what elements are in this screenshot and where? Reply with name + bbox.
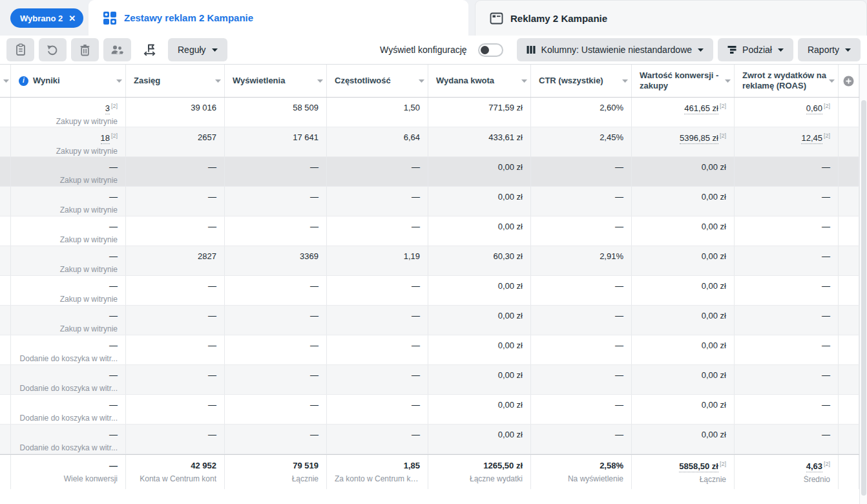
totals-results: — Wiele konwersji xyxy=(11,455,126,489)
header-expand-column[interactable] xyxy=(0,65,11,97)
cell-spacer xyxy=(0,127,11,156)
rules-button[interactable]: Reguły xyxy=(168,38,227,61)
table-row[interactable]: —Zakup w witrynie———0,00 zł—0,00 zł— xyxy=(0,216,859,246)
table-row[interactable]: —Dodanie do koszyka w witr...———0,00 zł—… xyxy=(0,335,859,365)
totals-ctr: 2,58% Na wyświetlenie xyxy=(531,455,632,489)
cell-impressions: — xyxy=(225,306,327,335)
columns-icon xyxy=(527,45,536,54)
cell-amount-spent: 0,00 zł xyxy=(428,276,531,305)
toolbar: Reguły Wyświetl konfigurację Kolumny: Us… xyxy=(0,36,867,65)
cell-results[interactable]: 3[2]Zakupy w witrynie xyxy=(11,98,126,127)
cell-roas: — xyxy=(735,157,839,186)
vertical-scrollbar[interactable] xyxy=(859,65,867,504)
table-row[interactable]: —Dodanie do koszyka w witr...———0,00 zł—… xyxy=(0,425,859,454)
show-configuration-toggle[interactable] xyxy=(478,43,503,57)
add-column-button[interactable] xyxy=(839,65,859,97)
cell-impressions: — xyxy=(225,425,327,454)
table-row[interactable]: —Zakup w witrynie———0,00 zł—0,00 zł— xyxy=(0,276,859,306)
cell-frequency: — xyxy=(327,425,428,454)
cell-conversion-value: 0,00 zł xyxy=(632,425,735,454)
header-amount-spent[interactable]: Wydana kwota xyxy=(428,65,531,97)
cell-spacer xyxy=(839,216,859,246)
cell-spacer xyxy=(0,365,11,394)
table-row[interactable]: 18[2]Zakupy w witrynie265717 6416,64433,… xyxy=(0,127,859,157)
cell-spacer xyxy=(0,306,11,335)
cell-reach: — xyxy=(126,395,225,424)
header-frequency[interactable]: Częstotliwość xyxy=(327,65,428,97)
table-row[interactable]: 3[2]Zakupy w witrynie39 01658 5091,50771… xyxy=(0,98,859,127)
tab-ad-sets-label: Zestawy reklam 2 Kampanie xyxy=(124,12,253,23)
cell-amount-spent: 0,00 zł xyxy=(428,395,531,424)
cell-ctr: — xyxy=(531,306,632,335)
header-impressions[interactable]: Wyświetlenia xyxy=(225,65,327,97)
header-ctr[interactable]: CTR (wszystkie) xyxy=(531,65,632,97)
table-row[interactable]: —Zakup w witrynie———0,00 zł—0,00 zł— xyxy=(0,306,859,335)
cell-conversion-value[interactable]: 461,65 zł[2] xyxy=(632,98,735,127)
cell-ctr: 2,91% xyxy=(531,246,632,275)
totals-impressions: 79 519 Łącznie xyxy=(225,455,327,489)
header-results[interactable]: i Wyniki xyxy=(11,65,126,97)
cell-roas[interactable]: 12,45[2] xyxy=(735,127,839,156)
cell-spacer xyxy=(0,335,11,364)
totals-frequency: 1,85 Za konto w Centrum kont xyxy=(327,455,428,489)
cell-spacer xyxy=(0,276,11,305)
cell-spacer xyxy=(0,455,11,489)
cell-ctr: — xyxy=(531,335,632,364)
cell-results: —Dodanie do koszyka w witr... xyxy=(11,365,126,394)
ads-manager-app: Wybrano 2 ✕ Zestawy reklam 2 Kampanie xyxy=(0,0,867,504)
cell-spacer xyxy=(0,425,11,454)
cell-ctr: — xyxy=(531,187,632,216)
table-row[interactable]: —Zakup w witrynie———0,00 zł—0,00 zł— xyxy=(0,187,859,216)
columns-button[interactable]: Kolumny: Ustawienie niestandardowe xyxy=(517,38,713,61)
cell-amount-spent: 0,00 zł xyxy=(428,216,531,246)
ab-test-button[interactable] xyxy=(136,38,163,61)
ad-sets-grid-icon xyxy=(103,11,117,25)
info-icon[interactable]: i xyxy=(19,76,28,86)
tab-ads[interactable]: Reklamy 2 Kampanie xyxy=(475,0,867,36)
table-row[interactable]: —Dodanie do koszyka w witr...———0,00 zł—… xyxy=(0,395,859,425)
cell-frequency: — xyxy=(327,157,428,186)
cell-spacer xyxy=(839,187,859,216)
audience-button[interactable] xyxy=(103,38,131,61)
selected-filter-chip[interactable]: Wybrano 2 ✕ xyxy=(10,8,83,28)
breakdown-button[interactable]: Podział xyxy=(718,38,793,61)
cell-conversion-value[interactable]: 5396,85 zł[2] xyxy=(632,127,735,156)
reports-button[interactable]: Raporty xyxy=(798,38,861,61)
tab-ads-label: Reklamy 2 Kampanie xyxy=(510,13,607,24)
totals-conversion-value[interactable]: 5858,50 zł[2] Łącznie xyxy=(632,455,735,489)
cell-ctr: — xyxy=(531,425,632,454)
close-icon[interactable]: ✕ xyxy=(68,14,76,23)
scrollbar-thumb[interactable] xyxy=(861,100,866,496)
header-roas[interactable]: Zwrot z wydatków na reklamę (ROAS) xyxy=(735,65,839,97)
cell-roas: — xyxy=(735,306,839,335)
cell-results[interactable]: 18[2]Zakupy w witrynie xyxy=(11,127,126,156)
cell-results: —Zakup w witrynie xyxy=(11,216,126,246)
duplicate-button[interactable] xyxy=(6,38,34,61)
totals-roas[interactable]: 4,63[2] Średnio xyxy=(735,455,839,489)
reports-button-label: Raporty xyxy=(808,45,839,55)
delete-button[interactable] xyxy=(71,38,99,61)
breakdown-icon xyxy=(727,45,736,54)
cell-reach: — xyxy=(126,157,225,186)
ads-frame-icon xyxy=(490,12,503,25)
rules-button-label: Reguły xyxy=(178,45,206,55)
cell-frequency: — xyxy=(327,365,428,394)
tab-ad-sets[interactable]: Zestawy reklam 2 Kampanie xyxy=(89,0,468,36)
cell-reach: 2827 xyxy=(126,246,225,275)
cell-spacer xyxy=(0,187,11,216)
cell-roas[interactable]: 0,60[2] xyxy=(735,98,839,127)
header-conversion-value[interactable]: Wartość konwersji - zakupy xyxy=(632,65,735,97)
table-row[interactable]: —Dodanie do koszyka w witr...———0,00 zł—… xyxy=(0,365,859,395)
header-reach[interactable]: Zasięg xyxy=(126,65,225,97)
table-row[interactable]: —Zakup w witrynie———0,00 zł—0,00 zł— xyxy=(0,157,859,187)
chevron-down-icon xyxy=(212,48,218,52)
cell-roas: — xyxy=(735,395,839,424)
cell-frequency: — xyxy=(327,395,428,424)
chevron-down-icon xyxy=(778,48,784,52)
cell-results: —Zakup w witrynie xyxy=(11,157,126,186)
cell-spacer xyxy=(0,246,11,275)
cell-results: —Zakup w witrynie xyxy=(11,187,126,216)
table-row[interactable]: —Zakup w witrynie282733691,1960,30 zł2,9… xyxy=(0,246,859,276)
undo-button[interactable] xyxy=(39,38,67,61)
cell-amount-spent: 0,00 zł xyxy=(428,425,531,454)
